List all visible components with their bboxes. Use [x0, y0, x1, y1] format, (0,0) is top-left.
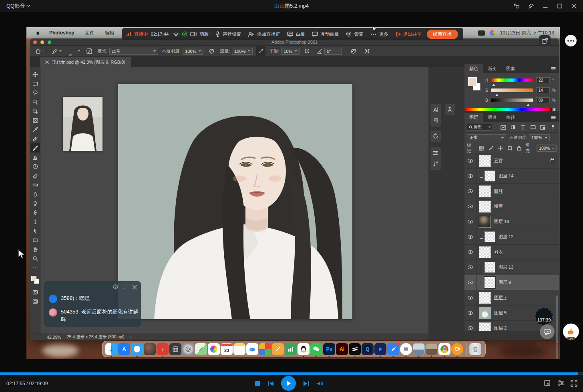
blend-mode-select[interactable]: 正常: [109, 48, 158, 55]
tab-layers[interactable]: 图层: [464, 113, 483, 122]
dock-wechat-icon[interactable]: [310, 343, 322, 355]
visibility-eye-icon[interactable]: [464, 169, 476, 183]
color-spectrum-bar[interactable]: [466, 108, 555, 111]
visibility-eye-icon[interactable]: [464, 214, 476, 229]
quick-mask-icon[interactable]: [30, 287, 40, 297]
visibility-eye-icon[interactable]: [464, 321, 476, 331]
dodge-tool-icon[interactable]: [30, 199, 40, 208]
panel-menu-icon[interactable]: [551, 67, 556, 70]
tab-channels[interactable]: 通道: [483, 113, 501, 122]
float-more-button[interactable]: [565, 35, 577, 46]
dock-baidu-netdisk-icon[interactable]: [246, 343, 258, 355]
like-button[interactable]: 14: [563, 324, 579, 340]
symmetry-icon[interactable]: [362, 46, 372, 56]
previous-button[interactable]: [267, 381, 274, 386]
fullscreen-button[interactable]: [571, 380, 577, 387]
microphone-icon[interactable]: [215, 31, 220, 37]
visibility-eye-icon[interactable]: [464, 199, 476, 214]
lock-position-icon[interactable]: [497, 145, 504, 152]
expand-icon[interactable]: [123, 284, 128, 289]
menu-edit[interactable]: 编辑: [105, 30, 115, 36]
panel-menu-icon[interactable]: [551, 116, 556, 119]
layers-scrollbar[interactable]: [556, 296, 558, 359]
flow-select[interactable]: 100%: [232, 48, 253, 55]
zoom-tool-icon[interactable]: [30, 254, 40, 263]
marquee-tool-icon[interactable]: [30, 79, 40, 88]
lock-transparency-icon[interactable]: [478, 145, 485, 152]
snapshot-button[interactable]: [544, 380, 551, 387]
dock-trash-icon[interactable]: [469, 343, 481, 355]
smoothing-options-gear-icon[interactable]: [302, 46, 312, 56]
dock-game-icon[interactable]: [144, 343, 156, 355]
chat-bubble-button[interactable]: [540, 324, 555, 339]
dock-app-store-icon[interactable]: A: [118, 343, 130, 355]
more-button[interactable]: 更多: [379, 31, 388, 37]
toggle-brush-panel-icon[interactable]: [84, 46, 94, 56]
pin-button[interactable]: [528, 3, 534, 9]
visibility-eye-icon[interactable]: [464, 184, 476, 199]
mini-mode-button[interactable]: [513, 3, 520, 9]
opacity-select[interactable]: 100%: [183, 48, 203, 55]
frame-tool-icon[interactable]: [30, 116, 40, 125]
screen-mode-icon[interactable]: [30, 297, 40, 306]
dock-notes-icon[interactable]: [233, 343, 245, 355]
saturation-slider[interactable]: [491, 88, 533, 92]
visibility-eye-icon[interactable]: [464, 260, 476, 275]
tab-close-icon[interactable]: [45, 60, 49, 64]
menu-file[interactable]: 文件: [85, 30, 94, 36]
interaction-panel-button[interactable]: 互动面板: [321, 31, 339, 37]
filter-adjustment-layers-icon[interactable]: [509, 124, 517, 131]
dock-maps-icon[interactable]: [195, 343, 207, 355]
document-tab[interactable]: 现代女.psd @ 42.3% (图层 9, RGB/8): [40, 57, 131, 67]
dock-illustrator-icon[interactable]: Ai: [336, 343, 348, 355]
close-button[interactable]: [571, 3, 577, 9]
foreground-color-swatch[interactable]: [468, 77, 477, 86]
history-brush-tool-icon[interactable]: [30, 162, 40, 171]
dock-window-preview-icon[interactable]: [413, 343, 425, 355]
menubar-app-name[interactable]: Photoshop: [49, 30, 74, 36]
whiteboard-button[interactable]: 白板: [296, 31, 305, 37]
end-live-button[interactable]: 结束直播: [427, 30, 458, 39]
hand-tool-icon[interactable]: [30, 245, 40, 254]
gradient-tool-icon[interactable]: [30, 180, 40, 189]
brush-angle-input[interactable]: 0°: [324, 48, 342, 55]
foreground-background-swatches[interactable]: [31, 275, 40, 285]
chevron-down-icon[interactable]: [78, 50, 80, 53]
dock-office-grid-icon[interactable]: [259, 343, 271, 355]
stop-button[interactable]: [255, 381, 260, 386]
layer-thumbnail[interactable]: [479, 307, 491, 319]
layer-row[interactable]: 嘴唇: [464, 199, 559, 214]
visibility-eye-icon[interactable]: [464, 306, 476, 320]
filter-smart-objects-icon[interactable]: [539, 124, 547, 131]
eyedropper-tool-icon[interactable]: [30, 125, 40, 134]
dock-calculator-icon[interactable]: [169, 343, 181, 355]
healing-brush-tool-icon[interactable]: [30, 134, 40, 143]
layer-row[interactable]: 图层 13: [464, 260, 559, 275]
layer-row-selected[interactable]: 图层 9: [464, 275, 559, 290]
rotate-view-icon[interactable]: [431, 131, 440, 141]
dock-safari-icon[interactable]: [131, 343, 143, 355]
gear-icon[interactable]: [346, 31, 352, 37]
clone-stamp-tool-icon[interactable]: [30, 153, 40, 162]
edit-toolbar-icon[interactable]: [30, 263, 40, 272]
character-panel-icon[interactable]: [431, 104, 440, 115]
brushes-panel-icon[interactable]: [431, 158, 440, 169]
lasso-tool-icon[interactable]: [30, 88, 40, 97]
layer-filter-select[interactable]: 类型: [467, 124, 493, 131]
layer-row[interactable]: 五官: [464, 153, 559, 169]
brush-size-preview[interactable]: 45: [66, 47, 74, 55]
filter-shape-layers-icon[interactable]: [529, 124, 537, 131]
layer-opacity-select[interactable]: 100%: [529, 134, 550, 141]
visibility-eye-icon[interactable]: [464, 290, 476, 305]
layer-thumbnail[interactable]: [479, 216, 491, 228]
brightness-slider[interactable]: [491, 99, 533, 102]
lock-all-icon[interactable]: [516, 145, 523, 152]
layer-row[interactable]: 图层 16: [464, 214, 559, 229]
dock-netease-music-icon[interactable]: ♪: [157, 343, 169, 355]
layer-thumbnail[interactable]: [484, 277, 495, 288]
menubar-status-icon[interactable]: [490, 30, 495, 36]
add-group-icon[interactable]: [248, 32, 254, 37]
chat-avatar[interactable]: [49, 308, 57, 317]
float-share-button[interactable]: [539, 35, 551, 46]
layer-thumbnail[interactable]: [484, 262, 495, 273]
